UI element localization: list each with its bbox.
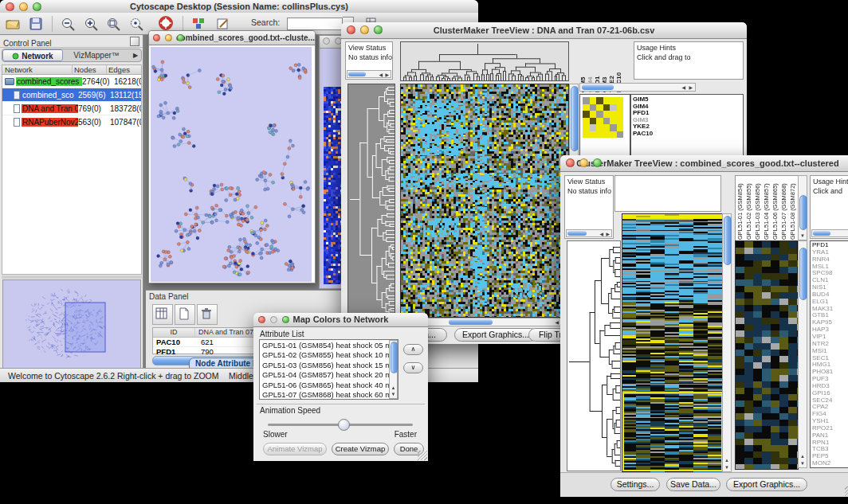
gene-label[interactable]: CPA2 bbox=[812, 404, 848, 411]
network-view-canvas[interactable] bbox=[151, 47, 312, 282]
close-button[interactable] bbox=[6, 2, 14, 11]
gene-label[interactable]: GIM3 bbox=[633, 117, 743, 124]
attribute-list-item[interactable]: GPL51-06 (GSM865) heat shock 40 min bbox=[260, 381, 398, 390]
network-list-row[interactable]: combined_scores2764(0)16218(0) bbox=[2, 75, 141, 88]
column-label[interactable]: GPL51-07 (GSM868) bbox=[780, 176, 789, 240]
gene-label[interactable]: PUF3 bbox=[812, 376, 848, 383]
gene-label[interactable]: HRD3 bbox=[812, 383, 848, 390]
gene-list[interactable]: GIM5GIM4PFD1GIM3YKE2PAC10 bbox=[631, 95, 743, 137]
view-status-scrollbar[interactable]: ◀▶ bbox=[566, 229, 612, 237]
panel-divider-handle[interactable] bbox=[2, 275, 142, 279]
tabs-more-button[interactable]: ▶ bbox=[130, 52, 141, 59]
select-attributes-icon[interactable] bbox=[152, 304, 173, 325]
attribute-list-item[interactable]: GPL51-02 (GSM855) heat shock 10 min bbox=[260, 350, 398, 360]
treeview-combined-titlebar[interactable]: ClusterMaker TreeView : combined_scores_… bbox=[560, 155, 848, 172]
network-list-row[interactable]: DNA and Tran 07769(0)183728(0) bbox=[2, 102, 141, 115]
resize-grip[interactable] bbox=[418, 451, 427, 460]
column-label[interactable]: GPL51-06 (GSM865) bbox=[771, 176, 780, 240]
zoom-heatmap-vscrollbar[interactable]: ▲▼ bbox=[798, 240, 807, 468]
treeview-dna-titlebar[interactable]: ClusterMaker TreeView : DNA and Tran 07-… bbox=[341, 22, 747, 39]
attribute-list-item[interactable]: GPL51-04 (GSM857) heat shock 20 min bbox=[260, 370, 398, 380]
gene-label[interactable]: ELG1 bbox=[812, 299, 848, 306]
gene-label[interactable]: YKE2 bbox=[633, 123, 743, 131]
save-icon[interactable] bbox=[29, 17, 43, 31]
gene-label[interactable]: MSL1 bbox=[812, 264, 848, 271]
close-button[interactable] bbox=[323, 37, 330, 45]
gene-label[interactable]: HAP3 bbox=[812, 326, 848, 334]
heatmap-vscrollbar[interactable]: ▲▼ bbox=[722, 213, 732, 472]
zoom-out-icon[interactable] bbox=[61, 17, 76, 31]
gene-dendrogram[interactable] bbox=[347, 84, 395, 318]
view-status-scrollbar[interactable]: ◀▶ bbox=[347, 70, 391, 78]
gene-label[interactable]: GIM5 bbox=[633, 96, 743, 104]
slider-thumb[interactable] bbox=[338, 419, 350, 431]
gene-label[interactable]: VIP1 bbox=[812, 334, 848, 341]
zoom-window-button[interactable] bbox=[593, 158, 602, 167]
gene-label[interactable]: SEC24 bbox=[812, 397, 848, 404]
zoom-window-button[interactable] bbox=[33, 2, 41, 11]
column-dendrogram[interactable] bbox=[400, 41, 569, 81]
gene-label[interactable]: NIS1 bbox=[812, 284, 848, 291]
gene-label[interactable]: BUD4 bbox=[812, 291, 848, 299]
heatmap-global-view[interactable] bbox=[400, 84, 569, 318]
gene-label[interactable]: SPC98 bbox=[812, 270, 848, 277]
gene-list[interactable]: PFD1YRA1RNR4MSL1SPC98CLN1NIS1BUD4ELG1MAK… bbox=[811, 241, 848, 467]
settings-button[interactable]: Settings... bbox=[610, 478, 660, 491]
gene-label[interactable]: MON2 bbox=[812, 460, 848, 467]
move-up-button[interactable]: ∧ bbox=[403, 344, 423, 355]
attribute-list-item[interactable]: GPL51-01 (GSM854) heat shock 05 min bbox=[260, 341, 398, 350]
zoom-window-button[interactable] bbox=[177, 34, 184, 41]
close-button[interactable] bbox=[347, 25, 355, 34]
gene-label[interactable]: RPO21 bbox=[812, 425, 848, 432]
gene-label[interactable]: GTB1 bbox=[812, 312, 848, 319]
attribute-list-item[interactable]: GPL51-07 (GSM868) heat shock 60 min bbox=[260, 390, 398, 400]
search-input[interactable] bbox=[287, 18, 343, 30]
gene-label[interactable]: YRA1 bbox=[812, 249, 848, 256]
usage-hints-scrollbar[interactable] bbox=[811, 229, 848, 237]
close-button[interactable] bbox=[153, 34, 160, 41]
column-label[interactable]: GPL51-04 (GSM857) bbox=[763, 176, 771, 240]
open-file-icon[interactable] bbox=[5, 17, 21, 31]
gene-label[interactable]: MAK31 bbox=[812, 306, 848, 313]
gene-label[interactable]: GPI16 bbox=[812, 390, 848, 397]
attribute-list-scrollbar[interactable]: ▲▼ bbox=[389, 340, 398, 399]
gene-label[interactable]: RNR4 bbox=[812, 256, 848, 264]
delete-attribute-icon[interactable] bbox=[197, 304, 218, 325]
gene-label[interactable]: CLN1 bbox=[812, 277, 848, 284]
column-labels-scrollbar[interactable]: ▼ bbox=[798, 175, 807, 240]
minimize-button[interactable] bbox=[360, 25, 369, 34]
cytoscape-titlebar[interactable]: Cytoscape Desktop (Session Name: collins… bbox=[0, 0, 478, 14]
new-attribute-icon[interactable] bbox=[175, 304, 195, 325]
gene-label[interactable]: RPN1 bbox=[812, 440, 848, 447]
zoom-heatmap[interactable] bbox=[583, 97, 623, 138]
gene-label[interactable]: PAN1 bbox=[812, 432, 848, 440]
export-graphics-button[interactable]: Export Graphics... bbox=[726, 478, 807, 491]
plugin-manager-icon[interactable] bbox=[191, 17, 206, 31]
gene-label[interactable]: PFD1 bbox=[633, 110, 743, 117]
gene-label[interactable]: PFD1 bbox=[812, 242, 848, 249]
attribute-list-item[interactable]: GPL51-03 (GSM856) heat shock 15 min bbox=[260, 361, 398, 370]
annotation-icon[interactable] bbox=[216, 17, 230, 31]
move-down-button[interactable]: ∨ bbox=[403, 362, 423, 373]
gene-label[interactable]: KAP95 bbox=[812, 319, 848, 326]
tab-vizmapper[interactable]: VizMapper™ bbox=[63, 51, 130, 60]
gene-label[interactable]: FIG4 bbox=[812, 411, 848, 418]
column-label[interactable]: GPL51-01 (GSM854) bbox=[736, 176, 745, 240]
column-label[interactable]: GPL51-08 (GSM872) bbox=[789, 176, 798, 240]
animate-vizmap-button[interactable]: Animate Vizmap bbox=[263, 443, 327, 455]
gene-label[interactable]: PHO81 bbox=[812, 369, 848, 376]
zoom-selected-icon[interactable] bbox=[129, 17, 144, 31]
column-label[interactable]: GPL51-02 (GSM855) bbox=[745, 176, 754, 240]
minimize-button[interactable] bbox=[579, 158, 588, 167]
tab-network[interactable]: Network bbox=[2, 49, 63, 61]
close-button[interactable] bbox=[566, 158, 575, 167]
gene-dendrogram[interactable] bbox=[567, 240, 621, 471]
zoom-heatmap[interactable] bbox=[735, 240, 799, 470]
network-window-titlebar[interactable]: combined_scores_good.txt--cluste... bbox=[149, 31, 315, 45]
create-vizmap-button[interactable]: Create Vizmap bbox=[332, 443, 389, 455]
float-panel-icon[interactable] bbox=[130, 37, 139, 46]
network-list-row[interactable]: combined_sco2569(6)13112(15) bbox=[2, 88, 141, 102]
gene-label[interactable]: HMG1 bbox=[812, 361, 848, 369]
zoom-pane-hscrollbar[interactable]: ◀▶ bbox=[579, 83, 696, 92]
export-graphics-button[interactable]: Export Graphics... bbox=[454, 328, 537, 342]
